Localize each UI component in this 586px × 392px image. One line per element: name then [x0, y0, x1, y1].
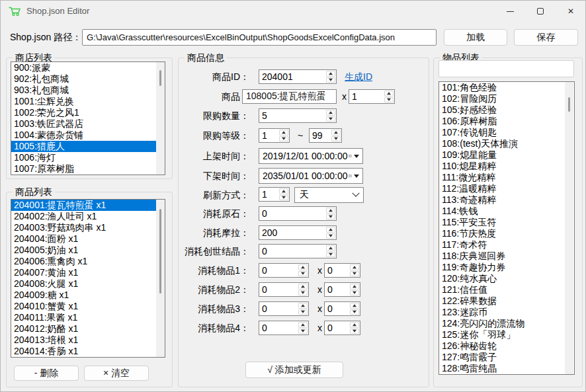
- spin-down-button[interactable]: [298, 290, 308, 296]
- cost-item1-id-spinner[interactable]: 0: [259, 263, 309, 278]
- list-item[interactable]: 123:迷踪币: [439, 307, 574, 318]
- spin-up-button[interactable]: [298, 284, 308, 290]
- list-item[interactable]: 127:鸣雷霰子: [439, 352, 574, 363]
- begin-time-picker[interactable]: 2019/12/01 00:00:00: [259, 148, 363, 164]
- spin-up-button[interactable]: [350, 284, 359, 290]
- list-item[interactable]: 111:微光精粹: [439, 172, 574, 183]
- minimize-button[interactable]: [495, 1, 525, 22]
- limit-spinner[interactable]: 5: [259, 108, 337, 123]
- spin-down-button[interactable]: [298, 271, 308, 277]
- cost-item4-id-value[interactable]: 0: [259, 321, 298, 334]
- spin-down-button[interactable]: [326, 252, 335, 258]
- list-item[interactable]: 106:原粹树脂: [439, 116, 574, 127]
- maximize-button[interactable]: [525, 1, 556, 22]
- scrollbar-thumb[interactable]: [159, 209, 161, 294]
- spin-up-button[interactable]: [279, 130, 288, 136]
- cost-primogem-spinner[interactable]: 0: [259, 206, 337, 221]
- cost-item2-count-value[interactable]: 0: [325, 283, 349, 296]
- spin-up-button[interactable]: [326, 208, 335, 214]
- list-item[interactable]: 903:礼包商城: [11, 85, 165, 96]
- list-item[interactable]: 128:鸣雷纯晶: [439, 363, 574, 374]
- cost-item1-count-spinner[interactable]: 0: [324, 263, 360, 278]
- item-listbox[interactable]: 101:角色经验102:冒险阅历105:好感经验106:原粹树脂107:传说钥匙…: [439, 81, 575, 375]
- refresh-value[interactable]: 1: [259, 188, 278, 201]
- goods-list-scrollbar[interactable]: [156, 200, 165, 357]
- list-item[interactable]: 102:冒险阅历: [439, 93, 574, 104]
- cost-mora-spinner[interactable]: 200: [259, 225, 337, 240]
- list-item[interactable]: 204008:火腿 x1: [11, 278, 165, 290]
- list-item[interactable]: 900:派蒙: [11, 62, 165, 73]
- item-search-input[interactable]: [439, 60, 574, 77]
- list-item[interactable]: 1006:海灯: [11, 152, 165, 163]
- spin-down-button[interactable]: [279, 136, 288, 142]
- list-item[interactable]: 126:神秘齿轮: [439, 340, 574, 352]
- level-max-value[interactable]: 99: [310, 129, 331, 142]
- list-item[interactable]: 120:纯水真心: [439, 273, 574, 284]
- scrollbar-thumb[interactable]: [568, 97, 570, 112]
- list-item[interactable]: 1003:铁匠武器店: [11, 118, 165, 130]
- list-item[interactable]: 204004:面粉 x1: [11, 233, 165, 245]
- spin-up-button[interactable]: [350, 264, 359, 270]
- list-item[interactable]: 1005:猎鹿人: [11, 141, 165, 152]
- list-item[interactable]: 1007:原萃树脂: [11, 163, 165, 175]
- save-button[interactable]: 保存: [514, 29, 578, 46]
- list-item[interactable]: 204002:渔人吐司 x1: [11, 211, 165, 222]
- spin-down-button[interactable]: [384, 97, 394, 103]
- generate-id-link[interactable]: 生成ID: [345, 69, 372, 84]
- spin-up-button[interactable]: [326, 227, 335, 233]
- spin-down-button[interactable]: [326, 233, 335, 239]
- spin-up-button[interactable]: [298, 264, 308, 270]
- scrollbar-thumb[interactable]: [159, 70, 161, 86]
- list-item[interactable]: 204012:奶酪 x1: [11, 323, 165, 334]
- cost-item2-id-spinner[interactable]: 0: [259, 282, 309, 297]
- cost-mora-value[interactable]: 200: [259, 226, 325, 239]
- add-or-update-button[interactable]: √ 添加或更新: [245, 362, 343, 378]
- spin-down-button[interactable]: [350, 271, 359, 277]
- list-item[interactable]: 101:角色经验: [439, 82, 574, 93]
- list-item[interactable]: 105:好感经验: [439, 104, 574, 116]
- cost-item2-count-spinner[interactable]: 0: [324, 282, 360, 297]
- goods-listbox[interactable]: 204001:提瓦特煎蛋 x1204002:渔人吐司 x1204003:野菇鸡肉…: [11, 199, 165, 358]
- spin-up-button[interactable]: [350, 322, 359, 328]
- shop-list-scrollbar[interactable]: [156, 62, 165, 175]
- level-min-value[interactable]: 1: [259, 129, 278, 142]
- list-item[interactable]: 204013:培根 x1: [11, 334, 165, 346]
- list-item[interactable]: 112:温暖精粹: [439, 183, 574, 194]
- cost-item3-count-value[interactable]: 0: [325, 302, 349, 315]
- cost-item3-count-spinner[interactable]: 0: [324, 301, 360, 316]
- refresh-spinner[interactable]: 1: [259, 187, 290, 202]
- cost-crystal-spinner[interactable]: 0: [259, 244, 337, 258]
- list-item[interactable]: 110:熄星精粹: [439, 161, 574, 172]
- spin-up-button[interactable]: [331, 130, 341, 136]
- list-item[interactable]: 115:平安玉符: [439, 217, 574, 228]
- item-input[interactable]: [242, 89, 337, 104]
- cost-item1-count-value[interactable]: 0: [325, 264, 349, 277]
- list-item[interactable]: 122:碎果数据: [439, 295, 574, 307]
- cost-crystal-value[interactable]: 0: [259, 245, 325, 258]
- list-item[interactable]: 107:传说钥匙: [439, 127, 574, 138]
- spin-up-button[interactable]: [326, 110, 335, 116]
- spin-down-button[interactable]: [350, 290, 359, 296]
- spin-up-button[interactable]: [326, 245, 335, 251]
- list-item[interactable]: 902:礼包商城: [11, 73, 165, 85]
- spin-down-button[interactable]: [298, 329, 308, 334]
- spin-up-button[interactable]: [298, 303, 308, 309]
- list-item[interactable]: 117:奇术符: [439, 239, 574, 251]
- goods-id-value[interactable]: 204001: [259, 70, 325, 83]
- cost-item4-count-value[interactable]: 0: [325, 321, 349, 334]
- list-item[interactable]: 109:熄星能量: [439, 149, 574, 161]
- item-count-value[interactable]: 1: [349, 90, 384, 103]
- spin-up-button[interactable]: [279, 188, 288, 194]
- close-button[interactable]: ✕: [556, 1, 586, 22]
- spin-up-button[interactable]: [384, 91, 394, 97]
- delete-button[interactable]: - 删除: [14, 366, 79, 381]
- list-item[interactable]: 114:铁钱: [439, 206, 574, 217]
- list-item[interactable]: 1001:尘辉兑换: [11, 96, 165, 107]
- limit-value[interactable]: 5: [259, 109, 325, 122]
- cost-item3-id-value[interactable]: 0: [259, 302, 298, 315]
- cost-item3-id-spinner[interactable]: 0: [259, 301, 309, 316]
- item-list-scrollbar[interactable]: [565, 82, 573, 374]
- spin-down-button[interactable]: [331, 136, 341, 142]
- cost-item4-id-spinner[interactable]: 0: [259, 321, 309, 335]
- spin-down-button[interactable]: [326, 77, 335, 83]
